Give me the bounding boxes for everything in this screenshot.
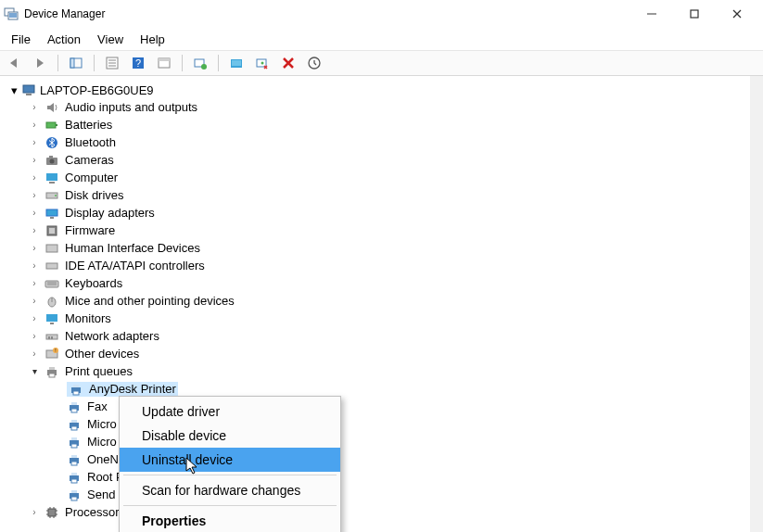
hid-icon (45, 241, 59, 256)
category-mice[interactable]: › Mice and other pointing devices (6, 292, 750, 310)
minimize-button[interactable] (639, 4, 665, 24)
menu-help[interactable]: Help (133, 31, 172, 48)
expand-arrow-icon[interactable]: ▾ (11, 83, 18, 97)
expand-arrow-icon[interactable]: › (30, 208, 39, 218)
add-legacy-hardware-button[interactable] (304, 53, 324, 73)
scan-hardware-button[interactable] (190, 53, 210, 73)
category-label: Print queues (65, 364, 133, 378)
category-label: Display adapters (65, 206, 155, 220)
expand-arrow-icon[interactable]: › (30, 331, 39, 341)
ctx-uninstall-device[interactable]: Uninstall device (120, 448, 340, 472)
window-title: Device Manager (24, 7, 105, 20)
category-label: Firmware (65, 223, 115, 237)
device-onenote[interactable]: OneN (6, 450, 750, 468)
svg-rect-66 (71, 426, 77, 430)
category-audio[interactable]: › Audio inputs and outputs (6, 98, 750, 116)
menu-action[interactable]: Action (40, 31, 88, 48)
device-send-to[interactable]: Send T (6, 486, 750, 503)
help-button[interactable]: ? (128, 53, 148, 73)
svg-point-35 (55, 195, 57, 196)
device-anydesk-printer[interactable]: AnyDesk Printer (6, 380, 750, 398)
expand-arrow-icon[interactable]: › (30, 348, 39, 359)
disk-icon (45, 188, 59, 203)
category-label: Cameras (65, 153, 114, 167)
category-other[interactable]: › ! Other devices (6, 345, 750, 362)
category-computer[interactable]: › Computer (6, 169, 750, 186)
expand-arrow-icon[interactable]: › (30, 507, 39, 517)
category-display-adapters[interactable]: › Display adapters (6, 204, 750, 222)
back-button[interactable] (4, 53, 24, 73)
expand-arrow-icon[interactable]: › (30, 172, 39, 183)
ctx-properties[interactable]: Properties (120, 509, 340, 532)
svg-rect-65 (71, 420, 77, 423)
category-cameras[interactable]: › Cameras (6, 151, 750, 169)
svg-rect-37 (50, 217, 54, 219)
printer-icon (67, 452, 82, 467)
category-hid[interactable]: › Human Interface Devices (6, 239, 750, 257)
menu-file[interactable]: File (4, 31, 38, 48)
mouse-icon (45, 294, 59, 309)
forward-button[interactable] (30, 53, 50, 73)
ctx-update-driver[interactable]: Update driver (120, 399, 340, 424)
category-disk-drives[interactable]: › Disk drives (6, 186, 750, 204)
show-hide-console-tree-button[interactable] (66, 53, 86, 73)
category-label: Disk drives (65, 188, 124, 202)
expand-arrow-icon[interactable]: › (30, 155, 39, 165)
context-menu: Update driver Disable device Uninstall d… (119, 396, 341, 532)
expand-arrow-icon[interactable]: › (30, 243, 39, 253)
expand-arrow-icon[interactable]: › (30, 225, 39, 235)
ctx-scan-hardware[interactable]: Scan for hardware changes (120, 478, 340, 502)
category-network[interactable]: › Network adapters (6, 327, 750, 345)
printer-icon (69, 382, 83, 397)
firmware-icon (45, 223, 59, 238)
expand-arrow-icon[interactable]: › (30, 120, 39, 130)
computer-icon (45, 171, 59, 185)
category-label: Network adapters (65, 329, 159, 343)
device-root-print[interactable]: Root P (6, 468, 750, 486)
category-processors[interactable]: › Processors (6, 503, 750, 521)
expand-arrow-icon[interactable]: › (30, 190, 39, 200)
expand-arrow-icon[interactable]: › (30, 137, 39, 147)
bluetooth-icon (45, 135, 59, 150)
device-micro-1[interactable]: Micro (6, 415, 750, 433)
svg-rect-40 (46, 245, 57, 252)
computer-icon (21, 82, 36, 97)
svg-rect-36 (46, 209, 57, 216)
category-print-queues[interactable]: ▾ Print queues (6, 362, 750, 380)
collapse-arrow-icon[interactable]: ▾ (30, 366, 39, 376)
category-firmware[interactable]: › Firmware (6, 222, 750, 239)
category-keyboards[interactable]: › Keyboards (6, 274, 750, 292)
device-label: Micro (87, 435, 117, 449)
menu-view[interactable]: View (90, 31, 131, 48)
disable-device-button[interactable] (252, 53, 273, 73)
ctx-disable-device[interactable]: Disable device (120, 424, 340, 448)
properties-button[interactable] (102, 53, 122, 73)
device-manager-icon (4, 6, 19, 21)
update-driver-button[interactable] (226, 53, 247, 73)
svg-rect-60 (73, 391, 79, 395)
network-icon (45, 329, 59, 344)
svg-point-22 (261, 62, 264, 65)
action-center-button[interactable] (154, 53, 174, 73)
svg-rect-75 (71, 479, 77, 483)
category-monitors[interactable]: › Monitors (6, 310, 750, 327)
expand-arrow-icon[interactable]: › (30, 260, 39, 271)
category-ide[interactable]: › IDE ATA/ATAPI controllers (6, 257, 750, 274)
maximize-button[interactable] (681, 4, 707, 24)
device-label: Fax (87, 399, 108, 413)
camera-icon (45, 153, 59, 168)
svg-text:?: ? (135, 57, 141, 69)
category-batteries[interactable]: › Batteries (6, 116, 750, 133)
uninstall-device-button[interactable] (278, 53, 299, 73)
tree-root-node[interactable]: ▾ LAPTOP-EB6G0UE9 (6, 82, 750, 98)
device-micro-2[interactable]: Micro (6, 433, 750, 450)
device-fax[interactable]: Fax (6, 398, 750, 415)
expand-arrow-icon[interactable]: › (30, 313, 39, 323)
category-bluetooth[interactable]: › Bluetooth (6, 133, 750, 151)
expand-arrow-icon[interactable]: › (30, 278, 39, 288)
expand-arrow-icon[interactable]: › (30, 102, 39, 112)
svg-rect-63 (71, 409, 77, 412)
svg-rect-39 (49, 228, 55, 234)
expand-arrow-icon[interactable]: › (30, 296, 39, 306)
close-button[interactable] (724, 4, 750, 24)
